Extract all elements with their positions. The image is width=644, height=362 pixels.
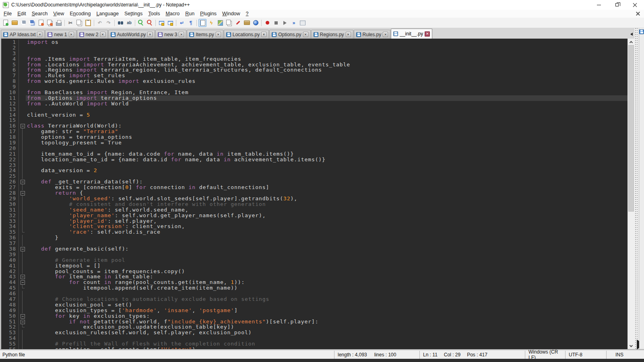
code-line-19[interactable]: 19 topology_present = True [1, 140, 627, 146]
print-button[interactable] [55, 19, 63, 27]
code-line-3[interactable]: 3 [1, 51, 627, 56]
menu-plugins[interactable]: Plugins [197, 10, 219, 17]
menu-search[interactable]: Search [29, 10, 51, 17]
copy-button[interactable] [75, 19, 83, 27]
code-line-51[interactable]: 51 if not getattr(self.world, f"include_… [1, 319, 627, 325]
close-document-icon[interactable] [635, 11, 641, 16]
show-all-characters-button[interactable]: ¶ [187, 19, 195, 27]
zoom-out-button[interactable] [146, 19, 154, 27]
scrollbar-track[interactable] [628, 45, 634, 343]
fold-toggle-icon[interactable] [19, 280, 26, 285]
macro-run-multiple-button[interactable]: » [290, 19, 298, 27]
code-line-43[interactable]: 43 for item_name in item_table: [1, 274, 627, 280]
code-line-37[interactable]: 37 [1, 241, 627, 246]
menu-tools[interactable]: Tools [145, 10, 163, 17]
statusbar-eol[interactable]: Windows (CR LF) [525, 351, 565, 359]
close-file-button[interactable] [37, 19, 45, 27]
tab-items-py[interactable]: Items.py✕ [187, 30, 223, 39]
paste-button[interactable] [84, 19, 92, 27]
code-line-50[interactable]: 50 for key in exclusion_types: [1, 313, 627, 319]
code-line-44[interactable]: 44 for count in range(pool_counts.get(it… [1, 280, 627, 285]
cut-button[interactable]: ✂ [66, 19, 74, 27]
code-line-34[interactable]: 34 'client_version': client_version, [1, 224, 627, 229]
restore-button[interactable] [608, 0, 626, 10]
code-line-53[interactable]: 53 exclusion_rules(self.world, self.play… [1, 330, 627, 335]
monitoring-button[interactable] [252, 19, 260, 27]
code-line-45[interactable]: 45 itempool.append(self.create_item(item… [1, 285, 627, 291]
code-line-49[interactable]: 49 exclusion_types = ['hardmode', 'insan… [1, 308, 627, 313]
code-line-31[interactable]: 31 'seed_name': self.world.seed_name, [1, 207, 627, 213]
menu-help[interactable]: ? [243, 10, 252, 17]
code-line-47[interactable]: 47 # Choose locations to automatically e… [1, 296, 627, 302]
code-line-13[interactable]: 13 [1, 107, 627, 112]
code-line-29[interactable]: 29 'world_seed': self.world.slot_seeds[s… [1, 196, 627, 202]
code-line-39[interactable]: 39 [1, 252, 627, 257]
close-all-button[interactable] [46, 19, 54, 27]
code-line-36[interactable]: 36 } [1, 235, 627, 241]
tab-close-button[interactable]: ✕ [346, 32, 351, 37]
code-line-2[interactable]: 2 [1, 45, 627, 51]
code-line-24[interactable]: 24 data_version = 2 [1, 168, 627, 173]
scroll-up-button[interactable] [628, 39, 634, 45]
menu-window[interactable]: Window [219, 10, 243, 17]
tab-close-button[interactable]: ✕ [69, 32, 74, 37]
menu-file[interactable]: File [1, 10, 14, 17]
show-indent-guide-button[interactable] [198, 19, 206, 27]
tab-close-button[interactable]: ✕ [147, 32, 153, 37]
define-language-button[interactable]: ϟ [207, 19, 215, 27]
code-line-18[interactable]: 18 options = terraria_options [1, 134, 627, 140]
tab-rules-py[interactable]: Rules.py✕ [354, 30, 391, 39]
tab-regions-py[interactable]: Regions.py✕ [311, 30, 353, 39]
scroll-down-button[interactable] [628, 343, 634, 349]
tab-scroll-right-button[interactable] [637, 341, 639, 348]
code-line-28[interactable]: 28 return { [1, 190, 627, 196]
code-line-12[interactable]: 12from ..AutoWorld import World [1, 101, 627, 107]
code-line-17[interactable]: 17 game: str = "Terraria" [1, 129, 627, 134]
code-line-9[interactable]: 9 [1, 84, 627, 90]
code-line-42[interactable]: 42 pool_counts = item_frequencies.copy() [1, 269, 627, 274]
code-line-25[interactable]: 25 [1, 173, 627, 179]
code-line-52[interactable]: 52 exclusion_pool.update(exclusion_table… [1, 324, 627, 330]
code-line-46[interactable]: 46 [1, 291, 627, 296]
menu-view[interactable]: View [50, 10, 67, 17]
minimize-button[interactable] [590, 0, 608, 10]
code-line-14[interactable]: 14client_version = 5 [1, 112, 627, 118]
code-line-4[interactable]: 4from .Items import TerrariaItem, item_t… [1, 56, 627, 62]
zoom-in-button[interactable] [137, 19, 145, 27]
code-line-27[interactable]: 27 exits = [connection[0] for connection… [1, 185, 627, 190]
function-list-button[interactable] [234, 19, 242, 27]
fold-toggle-icon[interactable] [19, 123, 26, 129]
code-line-35[interactable]: 35 'race': self.world.is_race [1, 229, 627, 235]
tab-locations-py[interactable]: Locations.py✕ [224, 30, 269, 39]
document-list-button[interactable] [225, 19, 233, 27]
fold-toggle-icon[interactable] [19, 179, 26, 185]
tab-new-2[interactable]: new 2✕ [77, 30, 108, 39]
document-map-button[interactable] [216, 19, 224, 27]
fold-toggle-icon[interactable] [19, 246, 26, 252]
editor[interactable]: 1import os234from .Items import Terraria… [0, 39, 627, 349]
code-line-55[interactable]: 55 # Prefill the Wall of Flesh with the … [1, 341, 627, 347]
statusbar-ins-mode[interactable]: INS [606, 351, 644, 359]
word-wrap-button[interactable]: ↵ [178, 19, 186, 27]
scrollbar-thumb[interactable] [628, 45, 634, 212]
tab-close-button[interactable]: ✕ [261, 32, 266, 37]
save-file-button[interactable] [19, 19, 27, 27]
code-line-1[interactable]: 1import os [1, 39, 627, 45]
code-line-11[interactable]: 11from .Options import terraria_options [1, 95, 627, 101]
code-line-30[interactable]: 30 # consistent and doesn't interfere wi… [1, 202, 627, 207]
fold-toggle-icon[interactable] [19, 319, 26, 325]
code-line-54[interactable]: 54 [1, 335, 627, 341]
tab-close-button[interactable]: ✕ [216, 32, 221, 37]
tab-close-button[interactable]: ✕ [179, 32, 184, 37]
code-line-56[interactable]: 56 completion = self.create_item("Victor… [1, 347, 627, 349]
redo-button[interactable]: ↷ [105, 19, 113, 27]
code-line-48[interactable]: 48 exclusion_pool = set() [1, 302, 627, 308]
tab-close-button[interactable]: ✕ [425, 31, 430, 37]
code-line-15[interactable]: 15 [1, 117, 627, 123]
menu-encoding[interactable]: Encoding [67, 10, 93, 17]
macro-stop-button[interactable] [272, 19, 280, 27]
tab-scroll-left-button[interactable] [629, 30, 634, 39]
menu-macro[interactable]: Macro [163, 10, 182, 17]
code-line-38[interactable]: 38 def generate_basic(self): [1, 246, 627, 252]
save-all-button[interactable] [28, 19, 36, 27]
